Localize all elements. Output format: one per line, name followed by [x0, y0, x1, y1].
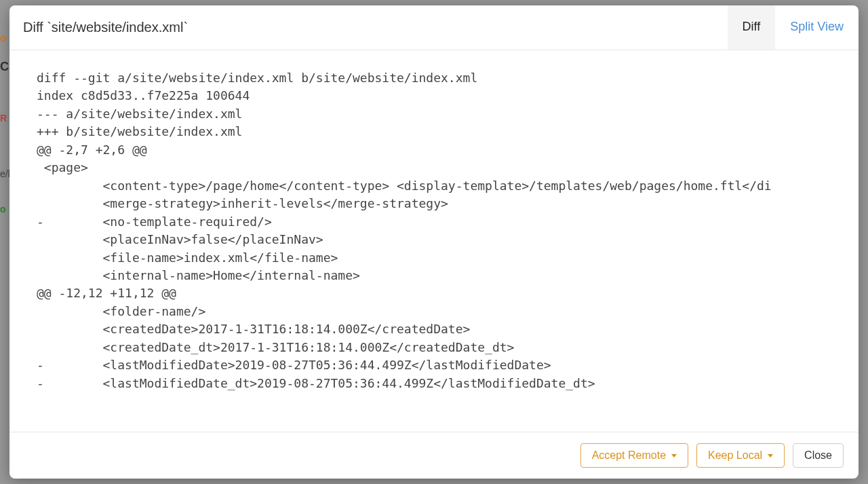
backdrop-text: C: [0, 60, 9, 74]
close-label: Close: [804, 449, 832, 462]
caret-down-icon: [671, 454, 677, 458]
accept-remote-button[interactable]: Accept Remote: [580, 443, 688, 468]
diff-content: diff --git a/site/website/index.xml b/si…: [37, 69, 831, 392]
tab-split-view[interactable]: Split View: [775, 5, 859, 50]
backdrop-text: o: [0, 204, 6, 215]
backdrop-text: e/l: [0, 168, 10, 179]
caret-down-icon: [768, 454, 773, 458]
backdrop-text: o: [0, 33, 6, 43]
modal-title: Diff `site/website/index.xml`: [9, 5, 728, 50]
keep-local-label: Keep Local: [708, 449, 762, 462]
view-tabs: Diff Split View: [728, 5, 859, 50]
modal-body[interactable]: diff --git a/site/website/index.xml b/si…: [9, 50, 859, 432]
close-button[interactable]: Close: [793, 443, 844, 468]
modal-header: Diff `site/website/index.xml` Diff Split…: [9, 5, 859, 50]
backdrop-text: R: [0, 113, 7, 124]
diff-modal: Diff `site/website/index.xml` Diff Split…: [9, 5, 859, 479]
modal-footer: Accept Remote Keep Local Close: [9, 432, 859, 479]
keep-local-button[interactable]: Keep Local: [696, 443, 785, 468]
accept-remote-label: Accept Remote: [592, 449, 666, 462]
tab-diff[interactable]: Diff: [728, 5, 776, 50]
